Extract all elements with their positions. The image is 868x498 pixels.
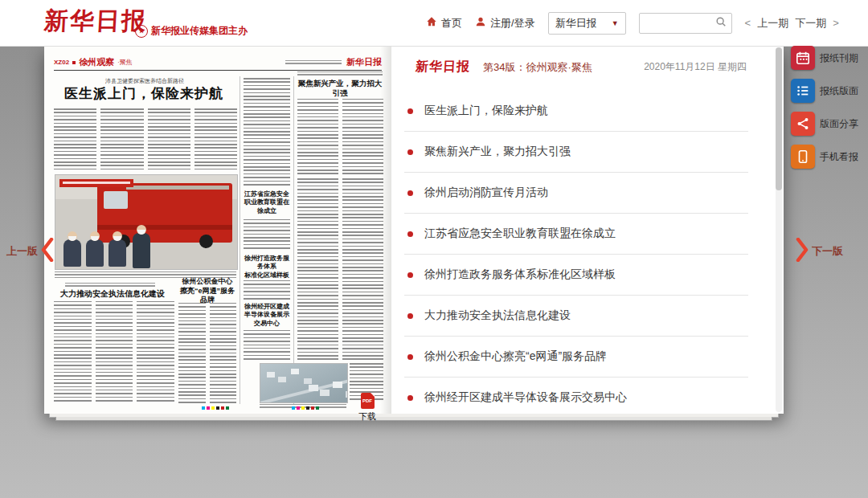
text-columns [244, 219, 290, 251]
bullet-icon [407, 149, 413, 155]
prev-page-label: 上一版 [6, 244, 38, 259]
headline-housing-fund: 徐州公积金中心 擦亮“e网通”服务品牌 [178, 277, 237, 305]
page-section-block: XZ02 徐州观察 ·聚焦 [54, 56, 133, 68]
article-title: 大力推动安全执法信息化建设 [424, 308, 571, 323]
article-list-item[interactable]: 医生派上门，保险来护航 [404, 91, 748, 132]
phone-icon [791, 145, 815, 169]
user-icon [475, 16, 486, 30]
panel-header: 新华日报 第34版：徐州观察·聚焦 2020年11月12日 星期四 [416, 59, 747, 76]
paper-select-dropdown[interactable]: 新华日报 ▼ [548, 12, 626, 35]
page-section: 徐州观察 [79, 56, 114, 68]
photo-person [63, 231, 81, 267]
publisher-line: ★ 新华报业传媒集团主办 [135, 24, 248, 38]
next-page-label: 下一版 [812, 244, 843, 259]
photo-person [86, 231, 104, 267]
home-link[interactable]: 首页 [426, 16, 462, 31]
article-list-item[interactable]: 徐州启动消防宣传月活动 [404, 173, 748, 214]
bullet-icon [407, 108, 413, 114]
tool-label: 报纸刊期 [820, 51, 858, 65]
home-icon [426, 16, 437, 30]
headline-gov-service: 徐州打造政务服务体系 标准化区域样板 [243, 255, 291, 280]
next-issue-arrow: > [833, 17, 839, 29]
tool-paper-issues[interactable]: 报纸刊期 [791, 46, 858, 70]
article-list: 医生派上门，保险来护航 聚焦新兴产业，聚力招大引强 徐州启动消防宣传月活动 江苏… [404, 91, 748, 418]
panel-logo[interactable]: 新华日报 [415, 59, 470, 76]
search-icon [715, 16, 727, 30]
tool-mobile-reading[interactable]: 手机看报 [791, 145, 858, 169]
page-section-tag: ·聚焦 [117, 58, 133, 67]
search-input[interactable] [645, 14, 714, 32]
text-columns [244, 280, 290, 300]
prev-issue-arrow: < [745, 17, 751, 29]
chevron-left-icon [41, 238, 54, 265]
next-issue-button[interactable]: 下一期 [795, 16, 826, 31]
article-title: 徐州经开区建成半导体设备展示交易中心 [424, 390, 627, 405]
article-list-item[interactable]: 江苏省应急安全职业教育联盟在徐成立 [404, 214, 748, 255]
side-toolbar: 报纸刊期 报纸版面 版面分享 手机看报 [791, 46, 858, 178]
top-header: 新华日报 ★ 新华报业传媒集团主办 首页 注册/登录 新华日报 ▼ [0, 0, 868, 47]
text-columns [178, 303, 236, 404]
issue-nav: < 上一期 下一期 > [745, 16, 839, 31]
photo-banner [59, 179, 133, 187]
search-button[interactable] [714, 16, 728, 30]
newspaper-spread: XZ02 徐州观察 ·聚焦 新华日报 沛县卫健委探索医养结合新路径 医生派上门，… [44, 46, 784, 414]
text-columns [297, 178, 383, 360]
prev-page-button[interactable]: 上一版 [6, 238, 54, 265]
bullet-icon [407, 190, 413, 196]
home-label: 首页 [441, 16, 462, 31]
page-code: XZ02 [54, 59, 69, 66]
article-list-item[interactable]: 大力推动安全执法信息化建设 [404, 296, 748, 337]
headline-safety-enforcement: 大力推动安全执法信息化建设 [51, 288, 174, 299]
article-list-item[interactable]: 徐州经开区建成半导体设备展示交易中心 [404, 378, 748, 418]
login-label: 注册/登录 [490, 16, 535, 31]
group-emblem-icon: ★ [135, 25, 148, 38]
site-logo[interactable]: 新华日报 [43, 5, 148, 38]
photo-fire-truck [55, 174, 238, 270]
paper-select-value: 新华日报 [555, 16, 597, 31]
tool-label: 手机看报 [820, 150, 858, 164]
page-dateline [285, 60, 342, 64]
square-bullet-icon [72, 61, 76, 64]
newspaper-page-image[interactable]: XZ02 徐州观察 ·聚焦 新华日报 沛县卫健委探索医养结合新路径 医生派上门，… [44, 46, 391, 414]
headline-education-alliance: 江苏省应急安全 职业教育联盟在徐成立 [243, 190, 291, 215]
list-icon [791, 79, 815, 103]
bullet-icon [407, 272, 413, 278]
prev-issue-button[interactable]: 上一期 [757, 16, 788, 31]
issue-date: 2020年11月12日 星期四 [644, 60, 747, 74]
article-title: 徐州启动消防宣传月活动 [424, 186, 548, 200]
pdf-download-button[interactable]: PDF 下载 [358, 391, 377, 422]
panel-scrollbar[interactable] [776, 47, 782, 412]
article-title: 医生派上门，保险来护航 [424, 104, 548, 118]
publisher-text: 新华报业传媒集团主办 [151, 24, 248, 38]
edition-label: 第34版：徐州观察·聚焦 [483, 60, 592, 75]
column-rule [293, 76, 294, 404]
article-title: 徐州打造政务服务体系标准化区域样板 [424, 267, 616, 282]
article-list-item[interactable]: 聚焦新兴产业，聚力招大引强 [404, 132, 748, 173]
color-bar [292, 406, 319, 410]
scrollbar-thumb[interactable] [776, 47, 782, 190]
article-title: 聚焦新兴产业，聚力招大引强 [424, 145, 571, 159]
article-list-item[interactable]: 徐州公积金中心擦亮“e网通”服务品牌 [404, 337, 748, 378]
tool-paper-pages[interactable]: 报纸版面 [791, 79, 858, 103]
page-header-band: XZ02 徐州观察 ·聚焦 新华日报 [54, 56, 382, 71]
login-link[interactable]: 注册/登录 [475, 16, 535, 31]
epaper-app: 新华日报 ★ 新华报业传媒集团主办 首页 注册/登录 新华日报 ▼ [0, 0, 868, 498]
tool-label: 报纸版面 [820, 84, 858, 98]
main-article-headline: 医生派上门，保险来护航 [51, 84, 237, 103]
tool-label: 版面分享 [820, 117, 858, 131]
article-kicker [65, 283, 155, 287]
page-masthead: 新华日报 [346, 56, 382, 68]
headline-emerging-industry: 聚焦新兴产业，聚力招大引强 [295, 79, 385, 99]
page-fold-shadow [380, 46, 391, 414]
top-nav: 首页 注册/登录 新华日报 ▼ < 上一期 下一期 > [426, 0, 839, 46]
bullet-icon [407, 313, 413, 319]
article-title: 江苏省应急安全职业教育联盟在徐成立 [424, 227, 616, 241]
download-label: 下载 [358, 410, 377, 422]
text-columns [54, 108, 237, 171]
next-page-button[interactable]: 下一版 [796, 238, 843, 265]
tool-share-page[interactable]: 版面分享 [791, 112, 858, 136]
chevron-down-icon: ▼ [612, 19, 619, 27]
article-list-item[interactable]: 徐州打造政务服务体系标准化区域样板 [404, 255, 748, 296]
photo-aerial-park [260, 363, 348, 403]
bullet-icon [407, 395, 413, 401]
